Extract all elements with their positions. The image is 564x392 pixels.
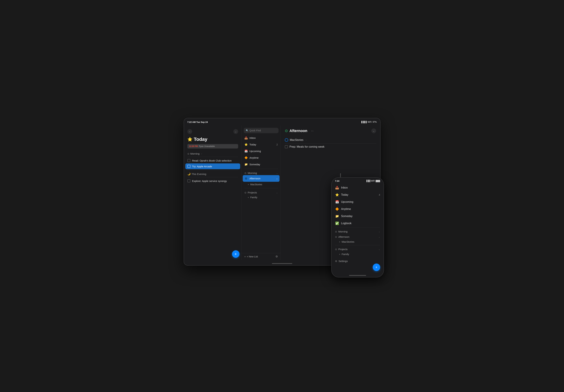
mid-family-item[interactable]: ● Family xyxy=(242,195,281,200)
search-icon: 🔍 xyxy=(246,129,249,132)
nav-today[interactable]: ⭐ Today 2 xyxy=(242,141,281,148)
nav-someday-label: Someday xyxy=(250,163,260,166)
phone-morning-header[interactable]: ⊙ Morning ⌄ xyxy=(332,228,384,234)
phone-nav-logbook[interactable]: ✅ Logbook xyxy=(332,220,384,227)
phone-logbook-label: Logbook xyxy=(341,222,352,225)
phone-nav-someday[interactable]: 📁 Someday xyxy=(332,213,384,220)
phone-nav-inbox[interactable]: 📥 Inbox xyxy=(332,184,384,191)
phone-settings-area: ⚙ Settings xyxy=(332,258,384,264)
today-nav-icon: ⭐ xyxy=(244,143,248,146)
today-count-badge: 2 xyxy=(277,143,278,146)
phone-divider-2 xyxy=(335,245,380,245)
task-item-explore[interactable]: Explore: Apple service synergy xyxy=(184,178,241,184)
more-options-button[interactable]: ··· xyxy=(311,129,314,133)
new-list-button[interactable]: + + New List xyxy=(244,255,258,258)
mid-morning-icon: ⊙ xyxy=(244,172,246,174)
phone-macstories-item[interactable]: ● MacStories xyxy=(332,239,384,245)
phone-family-label: Family xyxy=(342,253,349,256)
family-dot-icon: ● xyxy=(248,196,249,198)
anytime-icon: 🔶 xyxy=(244,156,248,159)
phone-settings-item[interactable]: ⚙ Settings xyxy=(332,258,384,264)
back-button[interactable]: ‹ xyxy=(187,129,192,134)
collapse-left-button[interactable]: ⌄ xyxy=(233,129,238,134)
phone-macstories-dot-icon: ● xyxy=(339,241,340,243)
new-list-plus-icon: + xyxy=(244,255,246,258)
mid-macstories-item[interactable]: ● MacStories xyxy=(242,182,281,187)
phone-afternoon-header[interactable]: ⊙ Afternoon ⌄ xyxy=(332,234,384,239)
task-text-read: Read: Oprah's Book Club selection xyxy=(192,159,232,162)
moon-icon: 🌙 xyxy=(187,172,191,175)
phone-family-item[interactable]: ● Family xyxy=(332,251,384,257)
prep-checkbox[interactable] xyxy=(285,145,288,148)
nav-upcoming[interactable]: 📅 Upcoming xyxy=(242,148,281,154)
left-panel-header: ‹ ⌄ xyxy=(184,128,241,136)
morning-section-header[interactable]: ⊙ Morning › xyxy=(184,151,241,156)
nav-inbox[interactable]: 📥 Inbox xyxy=(242,135,281,141)
nav-someday[interactable]: 📁 Someday xyxy=(242,161,281,168)
phone-wifi-icon: WiFi xyxy=(371,180,375,182)
middle-panel: 🔍 Quick Find 📥 Inbox ⭐ Today 2 📅 Upcomin… xyxy=(242,126,281,260)
phone-nav-upcoming[interactable]: 📅 Upcoming xyxy=(332,198,384,206)
mid-footer: + + New List ⚙ xyxy=(242,253,281,260)
phone-morning-icon: ⊙ xyxy=(335,230,337,233)
afternoon-chevron-icon: ⌄ xyxy=(276,177,278,180)
phone-time: 7:24 xyxy=(335,180,339,182)
prep-task-item[interactable]: Prep: Meals for coming week xyxy=(285,144,376,150)
mid-projects-label: Projects xyxy=(248,191,257,194)
signal-icon: ▐▐▐▐ xyxy=(361,121,367,123)
phone-anytime-icon: 🔶 xyxy=(335,207,339,211)
phone-add-button[interactable]: + xyxy=(373,264,380,271)
task-item-apple-arcade[interactable]: Try: Apple Arcade xyxy=(185,163,240,169)
phone-nav-anytime[interactable]: 🔶 Anytime xyxy=(332,206,384,213)
task-checkbox-read[interactable] xyxy=(187,159,190,162)
phone-projects-label: Projects xyxy=(338,248,348,251)
phone-status-icons: ▐▐▐ WiFi ▓▓▓ xyxy=(366,180,380,182)
mid-afternoon-label: Afternoon xyxy=(250,177,261,180)
phone-content: 📥 Inbox ⭐ Today 4 📅 Upcoming 🔶 Anytime 📁… xyxy=(332,184,384,273)
phone-projects-header[interactable]: ⊙ Projects ⌄ xyxy=(332,246,384,251)
mid-morning-label: Morning xyxy=(248,172,257,174)
right-panel-title: Afternoon xyxy=(290,129,307,133)
task-checkbox-explore[interactable] xyxy=(187,179,190,182)
macstories-task-item[interactable]: MacStories › xyxy=(285,137,376,144)
nav-upcoming-label: Upcoming xyxy=(250,150,261,153)
tablet-status-right: ▐▐▐▐ WiFi 97% xyxy=(361,121,377,123)
phone-add-icon: + xyxy=(375,266,378,269)
phone-nav-today[interactable]: ⭐ Today 4 xyxy=(332,191,384,198)
home-indicator xyxy=(272,263,292,264)
today-title-section: ⭐ Today xyxy=(184,136,241,144)
phone-afternoon-icon: ⊙ xyxy=(335,236,337,238)
mid-projects-icon: ⊙ xyxy=(244,191,246,194)
mid-projects-header[interactable]: ⊙ Projects ⌄ xyxy=(242,189,281,195)
macstories-chevron-icon: › xyxy=(306,139,307,141)
mid-afternoon-header[interactable]: ⊙ Afternoon ⌄ xyxy=(243,175,280,182)
new-list-label: + New List xyxy=(247,255,258,258)
divider-1 xyxy=(187,157,238,157)
settings-gear-icon[interactable]: ⚙ xyxy=(275,255,278,258)
phone-upcoming-icon: 📅 xyxy=(335,200,339,204)
phone-settings-label: Settings xyxy=(338,260,348,263)
macstories-dot-icon: ● xyxy=(248,183,249,186)
battery-icon: 97% xyxy=(373,121,377,123)
task-text-explore: Explore: Apple service synergy xyxy=(192,180,227,182)
macstories-checkbox[interactable] xyxy=(285,138,288,142)
task-item-read[interactable]: Read: Oprah's Book Club selection xyxy=(184,158,241,163)
left-panel: ‹ ⌄ ⭐ Today 12:00 PM Ryan Unavailable ⊙ … xyxy=(184,126,242,260)
phone-today-icon: ⭐ xyxy=(335,193,339,197)
right-panel-header: ⊙ Afternoon ··· ⌄ xyxy=(285,128,376,133)
add-task-button[interactable]: + xyxy=(232,250,240,258)
phone-afternoon-chevron-icon: ⌄ xyxy=(379,236,380,238)
inbox-icon: 📥 xyxy=(244,136,248,140)
phone-projects-chevron-icon: ⌄ xyxy=(379,248,380,251)
mid-morning-header[interactable]: ⊙ Morning ⌄ xyxy=(242,170,281,175)
phone: 7:24 ▐▐▐ WiFi ▓▓▓ 📥 Inbox ⭐ Today 4 📅 Up… xyxy=(331,177,384,278)
nav-anytime[interactable]: 🔶 Anytime xyxy=(242,154,281,161)
event-badge: 12:00 PM Ryan Unavailable xyxy=(187,144,238,149)
task-checkbox-arcade[interactable] xyxy=(187,165,190,168)
phone-settings-gear-icon: ⚙ xyxy=(335,260,337,263)
upcoming-icon: 📅 xyxy=(244,150,248,153)
event-name: Ryan Unavailable xyxy=(199,145,215,147)
collapse-right-button[interactable]: ⌄ xyxy=(371,128,376,133)
search-bar[interactable]: 🔍 Quick Find xyxy=(244,128,279,133)
mid-divider-2 xyxy=(244,188,278,188)
